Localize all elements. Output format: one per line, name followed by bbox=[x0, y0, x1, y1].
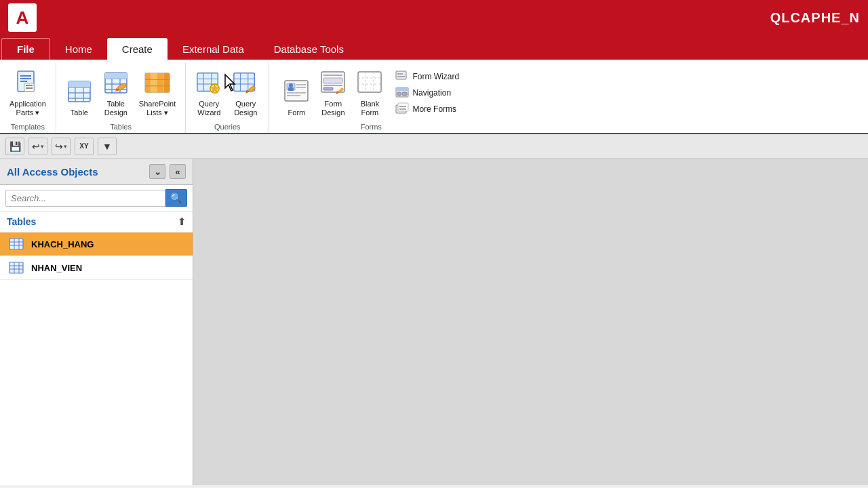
blank-form-icon bbox=[356, 70, 383, 98]
query-wizard-button[interactable]: QueryWizard bbox=[191, 68, 226, 120]
query-design-button[interactable]: QueryDesign bbox=[228, 68, 263, 120]
redo-qa-button[interactable]: ↪▾ bbox=[52, 138, 71, 155]
table-item-label-khach-hang: KHACH_HANG bbox=[31, 239, 94, 249]
panel-header-title: All Access Objects bbox=[7, 166, 98, 178]
table-label: Table bbox=[71, 108, 88, 117]
svg-rect-78 bbox=[399, 108, 406, 110]
panel-header: All Access Objects ⌄ « bbox=[0, 159, 193, 185]
filter-qa-button[interactable]: ▼ bbox=[98, 138, 117, 155]
table-design-button[interactable]: TableDesign bbox=[98, 68, 134, 120]
tab-home[interactable]: Home bbox=[50, 38, 107, 60]
field-qa-button[interactable]: XY bbox=[75, 138, 94, 155]
table-button[interactable]: Table bbox=[62, 77, 97, 120]
svg-point-50 bbox=[289, 83, 293, 87]
search-input[interactable] bbox=[5, 190, 165, 207]
svg-rect-74 bbox=[402, 92, 407, 96]
more-forms-side-icon bbox=[395, 102, 409, 116]
tab-external[interactable]: External Data bbox=[167, 38, 259, 60]
table-design-label: TableDesign bbox=[104, 100, 127, 117]
form-wizard-side-icon bbox=[395, 70, 409, 83]
form-icon bbox=[283, 79, 310, 106]
navigation-side-label: Navigation bbox=[412, 88, 451, 98]
svg-rect-57 bbox=[323, 75, 342, 76]
form-design-button[interactable]: FormDesign bbox=[315, 68, 351, 120]
app-logo: A bbox=[8, 3, 37, 32]
panel-header-icons: ⌄ « bbox=[149, 164, 186, 179]
left-panel: All Access Objects ⌄ « 🔍 Tables ⬆ bbox=[0, 159, 193, 485]
svg-rect-70 bbox=[397, 76, 405, 77]
table-item-icon-nhan-vien bbox=[8, 261, 24, 274]
query-wizard-icon bbox=[195, 70, 222, 98]
ribbon-group-items-queries: QueryWizard QueryDesign bbox=[191, 65, 263, 120]
tab-create[interactable]: Create bbox=[107, 38, 167, 60]
ribbon-group-items-forms: Form FormDesign bbox=[279, 65, 463, 120]
svg-rect-54 bbox=[287, 92, 306, 94]
query-design-icon bbox=[232, 70, 259, 98]
ribbon-group-items-tables: Table bbox=[62, 65, 180, 120]
app-parts-button[interactable]: ApplicationParts ▾ bbox=[5, 68, 50, 120]
svg-rect-6 bbox=[26, 87, 33, 89]
navigation-side-button[interactable]: Navigation bbox=[391, 85, 463, 101]
svg-rect-5 bbox=[26, 85, 33, 86]
svg-rect-31 bbox=[164, 73, 170, 92]
svg-rect-84 bbox=[9, 262, 23, 273]
form-label: Form bbox=[288, 108, 306, 117]
tables-section-header: Tables ⬆ bbox=[0, 211, 193, 232]
main-area: All Access Objects ⌄ « 🔍 Tables ⬆ bbox=[0, 159, 868, 485]
ribbon-group-items-templates: ApplicationParts ▾ bbox=[5, 65, 50, 120]
forms-group-label: Forms bbox=[275, 120, 467, 133]
right-panel bbox=[193, 159, 868, 485]
forms-side-stack: Form Wizard Navigation bbox=[391, 66, 463, 120]
table-item-nhan-vien[interactable]: NHAN_VIEN bbox=[0, 256, 193, 280]
svg-rect-1 bbox=[20, 75, 31, 77]
svg-rect-51 bbox=[288, 87, 294, 91]
blank-form-button[interactable]: BlankForm bbox=[352, 68, 387, 120]
svg-rect-55 bbox=[287, 95, 300, 96]
svg-rect-63 bbox=[358, 72, 381, 92]
svg-rect-28 bbox=[145, 73, 151, 92]
search-bar: 🔍 bbox=[0, 185, 193, 211]
app-title: QLCAPHE_N bbox=[770, 10, 860, 26]
table-item-label-nhan-vien: NHAN_VIEN bbox=[31, 263, 82, 273]
svg-rect-77 bbox=[399, 106, 406, 107]
svg-rect-68 bbox=[396, 71, 406, 79]
tab-file[interactable]: File bbox=[1, 38, 50, 60]
svg-rect-73 bbox=[397, 92, 401, 96]
ribbon-group-queries: QueryWizard QueryDesign bbox=[186, 62, 269, 133]
more-forms-side-label: More Forms bbox=[412, 104, 456, 114]
sharepoint-label: SharePointLists ▾ bbox=[139, 100, 176, 117]
svg-rect-59 bbox=[323, 85, 342, 86]
form-wizard-side-label: Form Wizard bbox=[412, 72, 459, 81]
sharepoint-button[interactable]: SharePointLists ▾ bbox=[135, 68, 180, 120]
ribbon-tabs: File Home Create External Data Database … bbox=[0, 35, 868, 60]
form-wizard-side-button[interactable]: Form Wizard bbox=[391, 68, 463, 85]
table-item-khach-hang[interactable]: KHACH_HANG bbox=[0, 232, 193, 256]
svg-rect-58 bbox=[323, 78, 342, 83]
more-forms-side-button[interactable]: More Forms bbox=[391, 101, 463, 117]
svg-rect-29 bbox=[151, 73, 158, 92]
svg-rect-52 bbox=[296, 84, 306, 85]
app-parts-icon bbox=[14, 70, 41, 98]
svg-rect-30 bbox=[157, 73, 164, 92]
ribbon-group-forms: Form FormDesign bbox=[269, 62, 473, 133]
form-button[interactable]: Form bbox=[279, 77, 314, 120]
svg-rect-2 bbox=[20, 78, 31, 79]
undo-qa-button[interactable]: ↩▾ bbox=[28, 138, 47, 155]
tab-dbtools[interactable]: Database Tools bbox=[259, 38, 359, 60]
table-icon bbox=[66, 79, 93, 106]
svg-rect-14 bbox=[75, 81, 83, 87]
svg-rect-13 bbox=[68, 81, 75, 87]
save-qa-button[interactable]: 💾 bbox=[5, 138, 24, 155]
svg-rect-69 bbox=[397, 73, 403, 75]
ribbon-group-templates: ApplicationParts ▾ Templates bbox=[0, 62, 56, 133]
app-parts-label: ApplicationParts ▾ bbox=[9, 100, 46, 117]
panel-dropdown-button[interactable]: ⌄ bbox=[149, 164, 165, 179]
panel-collapse-button[interactable]: « bbox=[170, 164, 186, 179]
tables-group-label: Tables bbox=[62, 120, 180, 133]
tables-section-label: Tables bbox=[7, 216, 36, 227]
search-button[interactable]: 🔍 bbox=[165, 189, 187, 207]
query-design-label: QueryDesign bbox=[234, 100, 257, 117]
svg-rect-53 bbox=[296, 87, 306, 88]
tables-section-collapse[interactable]: ⬆ bbox=[178, 216, 186, 227]
svg-rect-15 bbox=[83, 81, 90, 87]
